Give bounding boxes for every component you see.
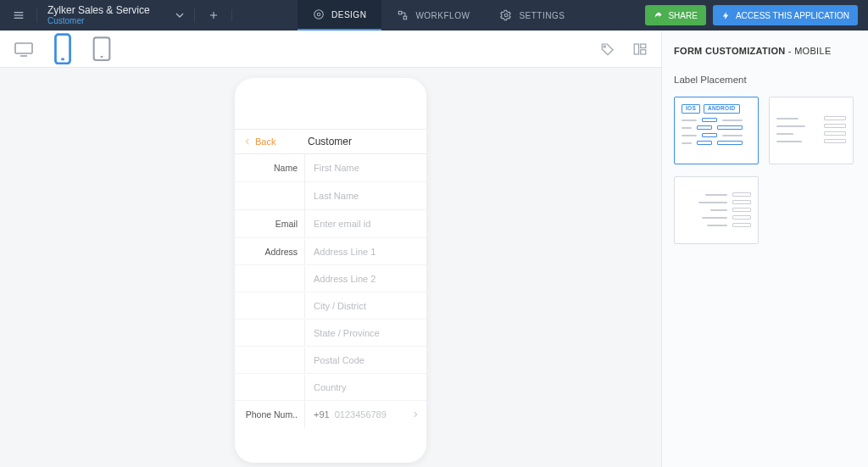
country-input[interactable]: Country [314, 375, 426, 400]
layout-icon[interactable] [632, 42, 648, 57]
top-bar: Zylker Sales & Service Customer DESIGN W… [0, 0, 868, 31]
menu-button[interactable] [0, 8, 37, 22]
tab-settings[interactable]: SETTINGS [485, 0, 580, 31]
phone-notch-pad [235, 78, 426, 129]
workspace: Back Customer Name First Name Last Name [0, 31, 661, 467]
panel-title-sub: - MOBILE [785, 46, 831, 56]
chevron-left-icon [243, 137, 252, 146]
chevron-down-icon [173, 8, 186, 22]
design-icon [313, 8, 325, 20]
svg-rect-20 [641, 44, 646, 48]
field-row-postal: Postal Code [235, 347, 426, 374]
email-input[interactable]: Enter email id [314, 210, 426, 237]
addr2-input[interactable]: Address Line 2 [314, 266, 426, 292]
field-input-cell: Address Line 1 [304, 239, 426, 264]
device-toolstrip [0, 31, 661, 68]
bolt-icon [721, 11, 731, 20]
field-row-addr2: Address Line 2 [235, 265, 426, 292]
back-button[interactable]: Back [243, 136, 275, 147]
layout-option-top-labels[interactable] [769, 97, 854, 164]
desktop-icon [14, 42, 34, 57]
tablet-icon [92, 36, 112, 61]
svg-point-5 [314, 10, 324, 19]
field-input-cell: Enter email id [304, 210, 426, 237]
form-title: Customer [308, 136, 352, 147]
gear-icon [500, 9, 512, 21]
field-input-cell: Last Name [304, 182, 426, 209]
topbar-actions: SHARE ACCESS THIS APPLICATION [645, 0, 868, 31]
access-button[interactable]: ACCESS THIS APPLICATION [713, 5, 858, 25]
device-desktop[interactable] [14, 42, 34, 56]
canvas-tools [600, 31, 648, 67]
phone-body: Name First Name Last Name Email Enter em… [235, 154, 426, 463]
last-name-input[interactable]: Last Name [314, 182, 426, 209]
phone-picker-arrow[interactable] [411, 407, 420, 422]
field-label: Email [235, 219, 304, 229]
first-name-input[interactable]: First Name [314, 154, 426, 181]
field-input-cell: First Name [304, 154, 426, 181]
svg-rect-12 [15, 43, 32, 53]
tab-workflow[interactable]: WORKFLOW [381, 0, 485, 31]
panel-section-label: Label Placement [674, 75, 856, 85]
layout-option-left-labels[interactable]: IOS ANDROID [674, 97, 759, 164]
app-switcher[interactable] [164, 8, 195, 22]
share-button[interactable]: SHARE [645, 5, 705, 25]
phone-preview: Back Customer Name First Name Last Name [235, 78, 426, 463]
field-row-state: State / Province [235, 320, 426, 347]
tab-label: DESIGN [331, 10, 366, 19]
phone-input[interactable]: 0123456789 [335, 409, 387, 420]
app-subtitle[interactable]: Customer [47, 16, 154, 25]
field-label: Phone Num.. [235, 409, 304, 420]
phone-prefix[interactable]: +91 [314, 401, 335, 428]
svg-point-18 [604, 45, 605, 47]
button-label: SHARE [668, 11, 697, 20]
svg-rect-19 [634, 44, 638, 54]
topbar-nav: DESIGN WORKFLOW SETTINGS [232, 0, 645, 31]
os-tabs: IOS ANDROID [682, 104, 751, 113]
field-row-name: Name First Name [235, 154, 426, 182]
state-input[interactable]: State / Province [314, 320, 426, 346]
app-title: Zylker Sales & Service [47, 5, 154, 16]
field-row-address: Address Address Line 1 [235, 238, 426, 265]
device-mobile[interactable] [53, 42, 73, 56]
os-tab-android[interactable]: ANDROID [704, 104, 739, 114]
addr1-input[interactable]: Address Line 1 [314, 239, 426, 264]
phone-header: Back Customer [235, 129, 426, 154]
field-row-phone: Phone Num.. +91 0123456789 [235, 401, 426, 428]
field-row-lastname: Last Name [235, 182, 426, 210]
back-label: Back [255, 136, 275, 147]
tab-design[interactable]: DESIGN [298, 0, 381, 31]
svg-point-11 [505, 14, 509, 17]
tag-icon[interactable] [600, 42, 615, 57]
layout-option-right-aligned[interactable] [674, 176, 759, 244]
device-switcher [14, 42, 112, 56]
workflow-icon [397, 9, 409, 21]
svg-point-6 [317, 13, 320, 16]
tab-label: SETTINGS [519, 11, 565, 20]
add-app-button[interactable] [195, 9, 232, 21]
share-icon [654, 11, 663, 20]
button-label: ACCESS THIS APPLICATION [736, 11, 849, 20]
mobile-icon [53, 33, 73, 65]
os-tab-ios[interactable]: IOS [682, 104, 700, 114]
field-row-email: Email Enter email id [235, 210, 426, 238]
field-label: Address [235, 247, 304, 257]
canvas: Back Customer Name First Name Last Name [0, 68, 661, 467]
svg-rect-8 [404, 16, 408, 19]
city-input[interactable]: City / District [314, 293, 426, 319]
tab-label: WORKFLOW [415, 11, 470, 20]
postal-input[interactable]: Postal Code [314, 347, 426, 373]
svg-rect-21 [641, 49, 646, 53]
label-placement-row1: IOS ANDROID [674, 97, 856, 164]
topbar-left: Zylker Sales & Service Customer [0, 0, 232, 31]
field-row-city: City / District [235, 292, 426, 320]
panel-title-main: FORM CUSTOMIZATION [674, 46, 785, 56]
plus-icon [208, 9, 220, 21]
device-tablet[interactable] [92, 42, 112, 56]
field-label: Name [235, 163, 304, 173]
panel-title: FORM CUSTOMIZATION - MOBILE [674, 46, 856, 56]
right-panel: FORM CUSTOMIZATION - MOBILE Label Placem… [661, 31, 868, 467]
chevron-right-icon [411, 410, 420, 419]
field-row-country: Country [235, 374, 426, 401]
hamburger-icon [12, 8, 25, 22]
